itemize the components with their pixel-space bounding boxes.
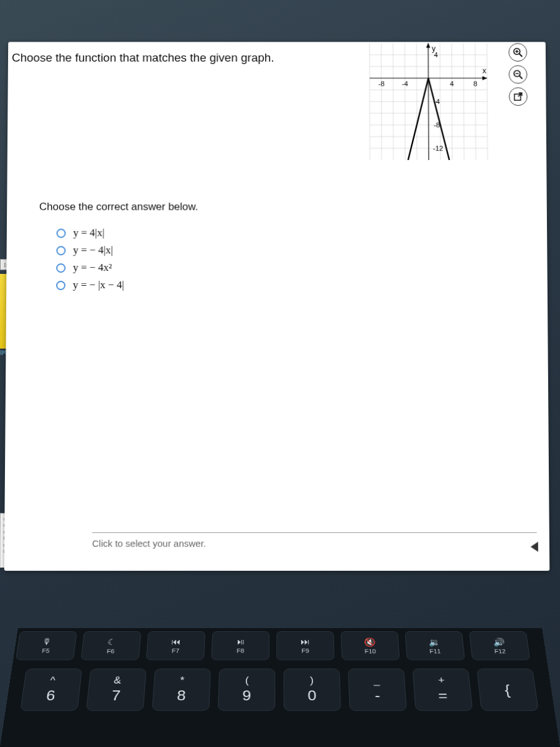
key-f8: ⏯F8 xyxy=(211,631,269,660)
quiz-card: Choose the function that matches the giv… xyxy=(4,42,550,571)
graph-toolbox xyxy=(508,43,527,106)
volume-up-icon: 🔊 xyxy=(492,637,505,647)
key-0: )0 xyxy=(284,669,341,711)
laptop-keyboard: 🎙F5 ☾F6 ⏮F7 ⏯F8 ⏭F9 🔇F10 🔉F11 🔊F12 ^6 &7… xyxy=(0,628,560,747)
axis-label-x: x xyxy=(482,67,487,75)
key-equals: += xyxy=(413,669,473,711)
svg-text:-8: -8 xyxy=(434,121,440,128)
key-7: &7 xyxy=(86,669,146,711)
svg-line-31 xyxy=(520,54,522,57)
prev-arrow-icon[interactable] xyxy=(531,542,538,552)
svg-text:4: 4 xyxy=(434,51,437,59)
answer-block: Choose the correct answer below. y = 4|x… xyxy=(39,201,535,296)
key-f9: ⏭F9 xyxy=(276,631,334,660)
zoom-in-icon[interactable] xyxy=(508,43,527,62)
radio-icon[interactable] xyxy=(56,246,65,255)
question-text: Choose the function that matches the giv… xyxy=(12,51,274,65)
key-f10: 🔇F10 xyxy=(340,631,399,660)
key-f5: 🎙F5 xyxy=(16,631,77,660)
key-f6: ☾F6 xyxy=(81,631,141,660)
option-c[interactable]: y = − 4x² xyxy=(56,261,534,274)
prev-track-icon: ⏮ xyxy=(171,637,181,647)
radio-icon[interactable] xyxy=(57,228,66,238)
svg-text:8: 8 xyxy=(474,80,477,88)
mute-icon: 🔇 xyxy=(363,637,376,647)
radio-icon[interactable] xyxy=(56,281,65,290)
graph-svg: x y -8 -4 4 8 4 -4 -8 -12 xyxy=(366,43,491,160)
graph-thumbnail[interactable]: x y -8 -4 4 8 4 -4 -8 -12 xyxy=(366,43,491,160)
popout-icon[interactable] xyxy=(509,87,528,106)
key-8: *8 xyxy=(152,669,211,711)
zoom-out-icon[interactable] xyxy=(508,65,527,84)
option-label: y = − 4|x| xyxy=(73,244,113,256)
key-9: (9 xyxy=(218,669,275,711)
moon-icon: ☾ xyxy=(107,637,116,647)
svg-marker-21 xyxy=(426,43,431,47)
next-track-icon: ⏭ xyxy=(301,637,310,647)
key-f12: 🔊F12 xyxy=(469,631,530,660)
key-f7: ⏮F7 xyxy=(146,631,205,660)
option-label: y = − |x − 4| xyxy=(73,279,124,291)
footer-hint: Click to select your answer. xyxy=(92,538,206,548)
svg-line-35 xyxy=(520,76,523,78)
answer-prompt: Choose the correct answer below. xyxy=(39,201,534,214)
svg-text:-4: -4 xyxy=(434,98,440,105)
svg-marker-20 xyxy=(482,76,487,80)
option-d[interactable]: y = − |x − 4| xyxy=(56,279,535,291)
footer-divider xyxy=(92,532,537,533)
play-pause-icon: ⏯ xyxy=(236,637,245,647)
svg-text:-8: -8 xyxy=(378,80,385,88)
option-label: y = 4|x| xyxy=(73,227,105,239)
key-minus: _- xyxy=(348,669,407,711)
option-b[interactable]: y = − 4|x| xyxy=(56,244,534,256)
option-a[interactable]: y = 4|x| xyxy=(57,227,535,239)
option-label: y = − 4x² xyxy=(73,261,112,274)
svg-text:-4: -4 xyxy=(402,80,408,88)
key-f11: 🔉F11 xyxy=(405,631,465,660)
mic-icon: 🎙 xyxy=(42,637,52,647)
volume-down-icon: 🔉 xyxy=(428,637,441,647)
key-6: ^6 xyxy=(20,669,82,711)
svg-text:4: 4 xyxy=(450,80,454,88)
svg-line-19 xyxy=(428,43,429,160)
svg-text:-12: -12 xyxy=(433,144,443,152)
key-brace: { xyxy=(477,669,539,711)
radio-icon[interactable] xyxy=(56,263,65,273)
